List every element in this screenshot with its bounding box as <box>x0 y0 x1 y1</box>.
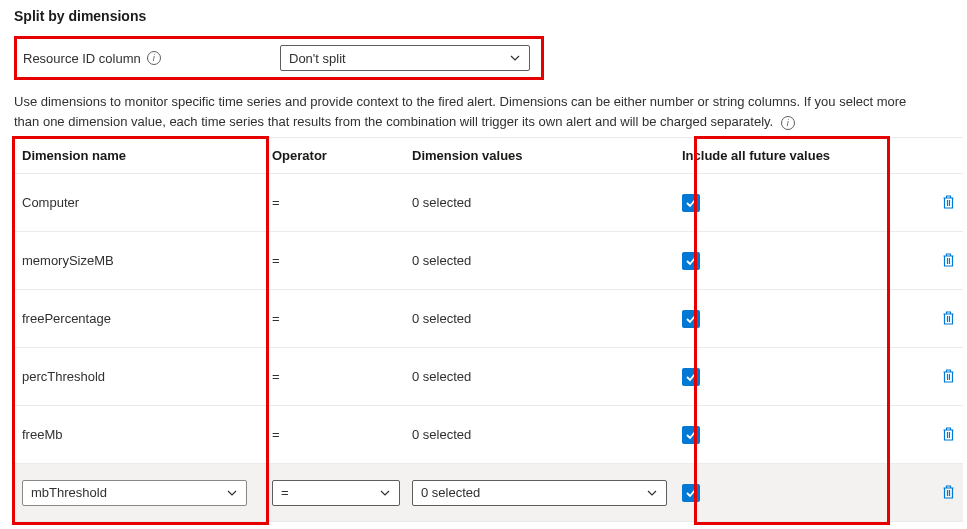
description-line-1: Use dimensions to monitor specific time … <box>14 94 906 109</box>
dimension-name-cell: memorySizeMB <box>22 253 272 268</box>
resource-id-row: Resource ID column i Don't split <box>14 36 544 80</box>
operator-cell: = <box>272 195 412 210</box>
values-cell: 0 selected <box>412 427 682 442</box>
delete-row-button[interactable] <box>939 483 957 501</box>
operator-cell: = <box>272 369 412 384</box>
resource-id-dropdown[interactable]: Don't split <box>280 45 530 71</box>
dimension-name-dropdown[interactable]: mbThreshold <box>22 480 247 506</box>
header-dimension-name: Dimension name <box>22 148 272 163</box>
table-header-row: Dimension name Operator Dimension values… <box>14 138 963 174</box>
table-row: mbThreshold = 0 selected <box>14 464 963 522</box>
header-dimension-values: Dimension values <box>412 148 682 163</box>
include-future-checkbox[interactable] <box>682 426 700 444</box>
chevron-down-icon <box>226 487 238 499</box>
dimensions-table: Dimension name Operator Dimension values… <box>14 137 963 529</box>
include-future-cell <box>682 484 907 502</box>
add-custom-row: Add custom value <box>14 522 963 529</box>
include-future-cell <box>682 310 907 328</box>
operator-cell: = <box>272 311 412 326</box>
table-row: memorySizeMB = 0 selected <box>14 232 963 290</box>
include-future-cell <box>682 194 907 212</box>
values-cell: 0 selected <box>412 369 682 384</box>
header-operator: Operator <box>272 148 412 163</box>
table-row: freeMb = 0 selected <box>14 406 963 464</box>
description-line-2: than one dimension value, each time seri… <box>14 114 773 129</box>
resource-id-label: Resource ID column i <box>23 51 268 66</box>
values-cell: 0 selected <box>412 253 682 268</box>
include-future-checkbox[interactable] <box>682 252 700 270</box>
chevron-down-icon <box>509 52 521 64</box>
dimension-name-dropdown-value: mbThreshold <box>31 485 107 500</box>
include-future-checkbox[interactable] <box>682 484 700 502</box>
operator-cell: = <box>272 427 412 442</box>
delete-row-button[interactable] <box>939 309 957 327</box>
include-future-cell <box>682 252 907 270</box>
table-row: percThreshold = 0 selected <box>14 348 963 406</box>
values-dropdown-value: 0 selected <box>421 485 480 500</box>
include-future-cell <box>682 368 907 386</box>
table-row: freePercentage = 0 selected <box>14 290 963 348</box>
include-future-checkbox[interactable] <box>682 368 700 386</box>
add-custom-value-link[interactable]: Add custom value <box>412 522 682 529</box>
dimension-name-cell: Computer <box>22 195 272 210</box>
dimension-name-cell: freePercentage <box>22 311 272 326</box>
dimensions-description: Use dimensions to monitor specific time … <box>14 92 953 131</box>
operator-cell: = <box>272 253 412 268</box>
delete-row-button[interactable] <box>939 251 957 269</box>
resource-id-label-text: Resource ID column <box>23 51 141 66</box>
info-icon[interactable]: i <box>147 51 161 65</box>
delete-row-button[interactable] <box>939 425 957 443</box>
delete-row-button[interactable] <box>939 367 957 385</box>
chevron-down-icon <box>646 487 658 499</box>
operator-dropdown[interactable]: = <box>272 480 400 506</box>
include-future-checkbox[interactable] <box>682 310 700 328</box>
resource-id-dropdown-value: Don't split <box>289 51 346 66</box>
info-icon[interactable]: i <box>781 116 795 130</box>
delete-row-button[interactable] <box>939 193 957 211</box>
values-cell: 0 selected <box>412 195 682 210</box>
header-include-future: Include all future values <box>682 148 907 163</box>
include-future-checkbox[interactable] <box>682 194 700 212</box>
section-title: Split by dimensions <box>14 8 953 24</box>
dimension-name-cell: freeMb <box>22 427 272 442</box>
table-row: Computer = 0 selected <box>14 174 963 232</box>
values-cell: 0 selected <box>412 311 682 326</box>
values-dropdown[interactable]: 0 selected <box>412 480 667 506</box>
dimension-name-cell: percThreshold <box>22 369 272 384</box>
include-future-cell <box>682 426 907 444</box>
chevron-down-icon <box>379 487 391 499</box>
operator-dropdown-value: = <box>281 485 289 500</box>
